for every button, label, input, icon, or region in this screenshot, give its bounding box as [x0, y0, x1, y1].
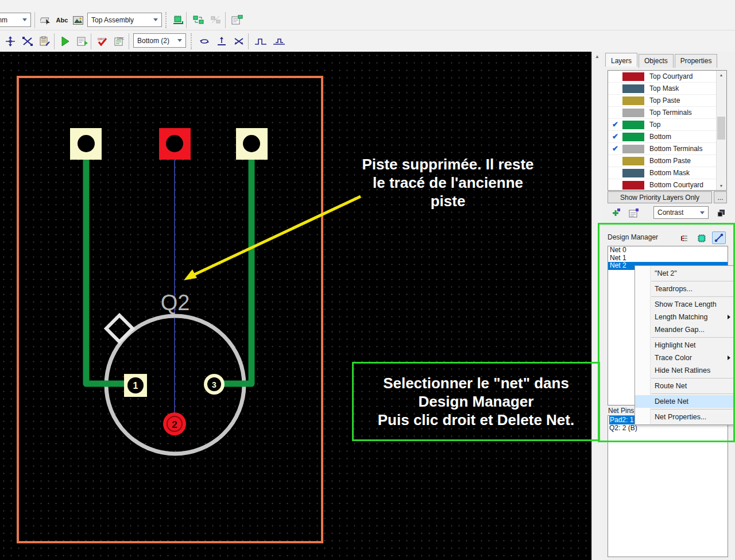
menu-separator	[651, 378, 733, 379]
grid-unit-combo[interactable]: mm	[0, 13, 31, 27]
pad-3[interactable]: 3	[204, 374, 225, 395]
update-components-button[interactable]	[191, 12, 207, 28]
net-item[interactable]: Net 0	[608, 246, 728, 254]
assembly-layer-value: Top Assembly	[91, 16, 134, 24]
contrast-preview-icon[interactable]	[714, 207, 728, 219]
show-priority-layers-button[interactable]: Show Priority Layers Only	[608, 191, 712, 203]
menu-item-net-name[interactable]: "Net 2"	[635, 267, 734, 280]
place-text-button[interactable]: Abc	[54, 12, 70, 28]
layers-list[interactable]: ✔Top Courtyard ✔Top Mask ✔Top Paste ✔Top…	[608, 70, 727, 191]
layer-swatch	[622, 96, 644, 105]
tab-layers[interactable]: Layers	[605, 53, 637, 67]
move-tool-button[interactable]	[2, 33, 18, 49]
active-layer-combo[interactable]: Bottom (2)	[133, 33, 186, 48]
paste-special-button[interactable]	[37, 33, 53, 49]
layer-swatch	[622, 84, 644, 93]
text-icon: Abc	[56, 17, 68, 24]
assembly-layer-combo[interactable]: Top Assembly	[87, 13, 162, 27]
pad-2-label: 2	[172, 419, 177, 430]
layer-row[interactable]: ✔Bottom Mask	[608, 167, 717, 179]
net-pins-list[interactable]: Pad2: 1 Q2: 2 (B)	[608, 415, 728, 557]
chevron-down-icon	[177, 39, 182, 42]
tab-properties[interactable]: Properties	[675, 54, 718, 68]
menu-item-meander-gap[interactable]: Meander Gap...	[635, 323, 734, 336]
refdes-label: Q2	[161, 291, 190, 315]
submenu-arrow-icon	[728, 315, 730, 319]
meander-button[interactable]	[253, 33, 269, 49]
scrollbar-thumb[interactable]	[717, 117, 725, 140]
net-item[interactable]: Net 1	[608, 254, 728, 262]
layer-row[interactable]: ✔Top Mask	[608, 83, 717, 95]
pad-1[interactable]: 1	[124, 374, 147, 397]
layer-swatch	[622, 121, 644, 129]
layer-row[interactable]: ✔Top Courtyard	[608, 71, 717, 83]
annotation-arrow	[184, 196, 361, 280]
components-list-icon[interactable]	[678, 232, 691, 245]
menu-item-length-matching[interactable]: Length Matching	[635, 311, 734, 323]
contrast-combo[interactable]: Contrast	[653, 206, 709, 219]
layer-check-icon[interactable]: ✔	[608, 143, 622, 155]
drc-check-button[interactable]: DRC	[94, 33, 110, 49]
more-layers-button[interactable]: ...	[714, 191, 727, 203]
menu-item-net-properties[interactable]: Net Properties...	[635, 411, 734, 423]
pad-2[interactable]: 2	[163, 412, 186, 435]
scroll-up-button[interactable]: ▲	[717, 71, 726, 79]
pad-top-right[interactable]	[236, 128, 268, 160]
scroll-up-button[interactable]: ▲	[592, 52, 602, 61]
layer-swatch	[622, 181, 644, 190]
layers-list-scrollbar[interactable]: ▲ ▼	[716, 71, 726, 190]
layer-row[interactable]: ✔Bottom Courtyard	[608, 179, 717, 191]
component-properties-button[interactable]	[229, 12, 245, 28]
hide-ratlines-button-disabled[interactable]	[208, 12, 224, 28]
layer-check-icon[interactable]: ✔	[608, 131, 622, 142]
layer-row[interactable]: ✔Bottom	[608, 131, 717, 143]
menu-item-show-trace-length[interactable]: Show Trace Length	[635, 298, 734, 311]
design-manager-title: Design Manager	[608, 233, 658, 241]
crossing-reduce-button[interactable]	[231, 33, 247, 49]
layer-row[interactable]: ✔Bottom Terminals	[608, 143, 717, 155]
pcb-canvas[interactable]: 1 3 2 Q2 Piste supprimée. Il reste le tr…	[0, 52, 591, 560]
contrast-value: Contrast	[657, 208, 683, 217]
place-component-button[interactable]	[170, 12, 186, 28]
net-pin-item[interactable]: Q2: 2 (B)	[608, 424, 728, 432]
add-layer-button[interactable]	[609, 207, 622, 219]
scroll-down-button[interactable]: ▼	[717, 181, 726, 190]
route-setup-button[interactable]	[75, 33, 91, 49]
annotation-note-top: Piste supprimée. Il reste le tracé de l'…	[345, 155, 551, 210]
pad-top-middle[interactable]	[159, 128, 191, 160]
loop-removal-button[interactable]	[196, 33, 212, 49]
menu-item-highlight-net[interactable]: Highlight Net	[635, 339, 734, 352]
menu-separator	[651, 296, 733, 297]
pad-top-left[interactable]	[70, 128, 102, 160]
components-tab-icon[interactable]	[695, 232, 709, 245]
layer-check-icon[interactable]: ✔	[608, 119, 622, 130]
menu-item-trace-color[interactable]: Trace Color	[635, 352, 734, 364]
layer-row[interactable]: ✔Top Paste	[608, 95, 717, 107]
polarity-diamond	[106, 315, 133, 342]
menu-item-hide-net-ratlines[interactable]: Hide Net Ratlines	[635, 364, 734, 377]
active-layer-value: Bottom (2)	[137, 37, 169, 45]
nets-tab-icon[interactable]	[712, 231, 726, 244]
menu-item-teardrops[interactable]: Teardrops...	[635, 283, 734, 295]
net-pins-label: Net Pins:	[608, 407, 636, 415]
place-image-button[interactable]	[70, 12, 86, 28]
layer-setup-button[interactable]	[627, 207, 641, 219]
run-autoroute-button[interactable]	[57, 33, 74, 49]
canvas-vertical-scrollbar[interactable]: ▲	[591, 52, 602, 560]
layer-swatch	[622, 157, 644, 165]
meander-line-button[interactable]	[271, 33, 287, 49]
pcb-drawing: 1 3 2 Q2	[0, 52, 591, 560]
vertical-align-button[interactable]	[214, 33, 230, 49]
drc-report-button[interactable]: DRC	[111, 33, 127, 49]
layer-row[interactable]: ✔Top	[608, 119, 717, 131]
layer-row[interactable]: ✔Bottom Paste	[608, 155, 717, 167]
trace-left[interactable]	[86, 160, 136, 384]
place-shape-button[interactable]	[38, 12, 54, 28]
tab-objects[interactable]: Objects	[639, 54, 674, 68]
grid-unit-value: mm	[0, 16, 7, 24]
menu-separator	[651, 393, 733, 394]
split-trace-button[interactable]	[20, 33, 36, 49]
menu-item-route-net[interactable]: Route Net	[635, 380, 734, 392]
menu-item-delete-net[interactable]: Delete Net	[635, 395, 734, 408]
layer-row[interactable]: ✔Top Terminals	[608, 107, 717, 119]
